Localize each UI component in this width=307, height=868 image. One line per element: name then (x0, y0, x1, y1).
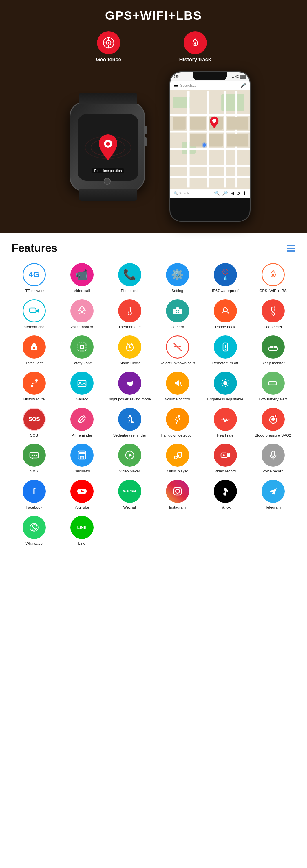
feature-icon-phonebook (214, 299, 237, 322)
phone-signal: ▲ 4G ▓▓▓ (231, 75, 246, 79)
phone-search-bar[interactable]: ☰ Search.... 🎤 (170, 81, 250, 90)
svg-point-67 (35, 379, 38, 381)
feature-label-night-power: Night power saving mode (108, 397, 151, 402)
feature-icon-reject-calls (166, 335, 189, 359)
watch-band-bottom (79, 189, 137, 201)
feature-icon-music-player (166, 443, 189, 467)
feature-item-line[interactable]: LINELine (59, 516, 104, 546)
feature-item-heart-rate[interactable]: Heart rate (203, 408, 248, 438)
feature-item-video-record[interactable]: Video record (203, 443, 248, 474)
watch-home-button (104, 178, 111, 185)
feature-label-wechat: Wechat (123, 505, 136, 510)
feature-item-music-player[interactable]: Music player (155, 443, 200, 474)
feature-item-thermometer[interactable]: Thermometer (107, 299, 152, 330)
feature-item-safety-zone[interactable]: Safety Zone (59, 335, 104, 366)
search-text: Search.... (180, 83, 196, 88)
feature-icon-low-battery (261, 372, 285, 395)
feature-icon-pedometer (261, 299, 285, 322)
svg-point-31 (212, 119, 216, 123)
feature-item-pill[interactable]: Pill reminder (59, 408, 104, 438)
phone-notch (193, 72, 227, 81)
feature-icon-youtube (71, 480, 93, 503)
feature-item-lte[interactable]: 4GLTE network (11, 263, 56, 293)
svg-point-37 (80, 307, 84, 311)
feature-item-phone-call[interactable]: 📞Phone call (107, 263, 152, 293)
feature-item-voice-monitor[interactable]: Voice monitor (59, 299, 104, 330)
feature-item-phonebook[interactable]: Phone book (203, 299, 248, 330)
svg-point-114 (223, 454, 225, 456)
svg-line-85 (79, 416, 85, 422)
svg-line-79 (227, 380, 228, 381)
feature-label-gallery: Gallery (76, 397, 88, 402)
feature-label-lte: LTE network (24, 288, 44, 293)
feature-label-phonebook: Phone book (215, 325, 235, 330)
feature-item-alarm-clock[interactable]: Alarm Clock (107, 335, 152, 366)
feature-item-sms[interactable]: SMS (11, 443, 56, 474)
watch-side-button-2 (144, 137, 147, 146)
features-title: Features (11, 242, 57, 254)
download-icon[interactable]: ⬇ (243, 190, 246, 196)
feature-icon-whatsapp (23, 516, 46, 539)
phone-bottom-controls: 🔍 🔎 ⊞ ↺ ⬇ (214, 190, 246, 196)
feature-icon-voice-monitor (71, 299, 93, 322)
feature-label-sedentary: Sedentary reminder (113, 433, 146, 438)
feature-label-remote-off: Remote turn off (212, 361, 238, 366)
feature-item-low-battery[interactable]: Low battery alert (251, 372, 296, 402)
feature-item-camera[interactable]: Camera (155, 299, 200, 330)
feature-icon-sleep (261, 335, 285, 359)
feature-item-instagram[interactable]: Instagram (155, 480, 200, 510)
history-track-label: History track (179, 57, 211, 63)
geo-icons-row: Geo fence History track (96, 31, 211, 63)
feature-icon-history-route (23, 372, 46, 395)
menu-toggle-button[interactable] (287, 245, 296, 252)
feature-item-sos[interactable]: SOSSOS (11, 408, 56, 438)
feature-item-intercom[interactable]: Intercom chat (11, 299, 56, 330)
feature-item-pedometer[interactable]: Pedometer (251, 299, 296, 330)
feature-item-setting[interactable]: ⚙️Setting (155, 263, 200, 293)
layers-icon[interactable]: ⊞ (230, 190, 234, 196)
zoom-out-icon[interactable]: 🔍 (214, 190, 220, 196)
svg-point-72 (223, 381, 227, 385)
feature-icon-video-record (214, 443, 237, 467)
feature-item-telegram[interactable]: Telegram (251, 480, 296, 510)
feature-icon-telegram (261, 480, 285, 503)
feature-item-sedentary[interactable]: Sedentary reminder (107, 408, 152, 438)
feature-item-voice-record[interactable]: Voice record (251, 443, 296, 474)
feature-item-calculator[interactable]: Calculator (59, 443, 104, 474)
feature-item-remote-off[interactable]: Remote turn off (203, 335, 248, 366)
feature-item-history-route[interactable]: History route (11, 372, 56, 402)
svg-point-95 (33, 455, 35, 456)
feature-item-whatsapp[interactable]: Whatsapp (11, 516, 56, 546)
svg-marker-70 (175, 380, 179, 386)
feature-item-video-player[interactable]: Video player (107, 443, 152, 474)
feature-item-video-call[interactable]: 📹Video call (59, 263, 104, 293)
feature-icon-sedentary (118, 408, 141, 431)
feature-item-fall-down[interactable]: Fall down detection (155, 408, 200, 438)
svg-rect-27 (208, 133, 223, 146)
feature-icon-heart-rate (214, 408, 237, 431)
feature-item-gallery[interactable]: Gallery (59, 372, 104, 402)
real-time-label: Real time position (92, 168, 124, 174)
feature-item-gps[interactable]: GPS+WIFI+LBS (251, 263, 296, 293)
feature-item-sleep[interactable]: Sleep monitor (251, 335, 296, 366)
feature-item-reject-calls[interactable]: Reject unknown calls (155, 335, 200, 366)
svg-point-92 (274, 415, 277, 417)
feature-icon-camera (166, 299, 189, 322)
feature-item-blood-pressure[interactable]: Blood pressure SPO2 (251, 408, 296, 438)
feature-item-facebook[interactable]: fFacebook (11, 480, 56, 510)
feature-item-wechat[interactable]: WeChatWechat (107, 480, 152, 510)
feature-item-ip67[interactable]: 🚫💧IP67 waterproof (203, 263, 248, 293)
feature-item-brightness[interactable]: Brightness adjustable (203, 372, 248, 402)
feature-label-gps: GPS+WIFI+LBS (259, 288, 287, 293)
hero-content: Real time position 7:54 ▲ 4G ▓▓▓ ☰ Searc… (6, 71, 301, 222)
feature-item-volume[interactable]: Volume control (155, 372, 200, 402)
watch-body: Real time position (69, 102, 145, 191)
feature-item-night-power[interactable]: Night power saving mode (107, 372, 152, 402)
zoom-in-icon[interactable]: 🔎 (222, 190, 228, 196)
feature-icon-night-power (118, 372, 141, 395)
feature-item-youtube[interactable]: YouTube (59, 480, 104, 510)
svg-rect-53 (80, 345, 84, 349)
refresh-icon[interactable]: ↺ (236, 190, 240, 196)
feature-item-tiktok[interactable]: TikTok (203, 480, 248, 510)
feature-item-torch[interactable]: Torch light (11, 335, 56, 366)
